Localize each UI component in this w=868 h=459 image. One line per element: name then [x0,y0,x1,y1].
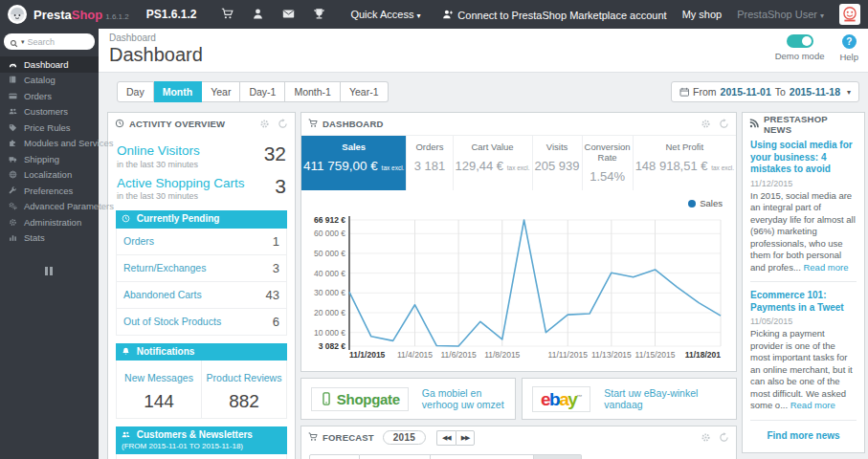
range-button-year[interactable]: Year [202,81,240,102]
ad-link[interactable]: Start uw eBay-winkel vandaag [604,387,726,410]
sidebar-item-catalog[interactable]: Catalog [0,73,99,89]
svg-text:11/6/2015: 11/6/2015 [441,350,477,360]
help-icon[interactable]: ? [842,34,857,49]
read-more-link[interactable]: Read more [790,400,835,410]
book-icon [9,75,17,85]
refresh-icon[interactable] [719,119,729,130]
sidebar-search[interactable]: ▾ [4,33,95,50]
prestashop-logo-icon[interactable] [8,5,27,24]
ad-link[interactable]: Ga mobiel en verhoog uw omzet [422,387,505,410]
refresh-icon[interactable] [719,432,729,444]
kpi-tile-net-profit[interactable]: Net Profit148 918,51 € tax excl. [634,136,736,190]
kpi-tile-visits[interactable]: Visits205 939 [533,136,583,190]
marketplace-link[interactable]: Connect to PrestaShop Marketplace accoun… [442,9,666,21]
gear-icon[interactable] [701,432,711,444]
gear-icon[interactable] [701,119,711,130]
kpi-tile-sales[interactable]: Sales411 759,00 € tax excl. [301,136,407,190]
forecast-legend-sales[interactable]: Sales [534,454,582,459]
dashboard-cart-icon [308,119,318,129]
demo-mode-control: Demo mode [775,34,825,62]
sales-line-chart: 66 912 €60 000 €50 000 €40 000 €30 000 €… [305,210,730,361]
users-icon [9,106,17,117]
page-title: Dashboard [109,44,868,66]
sidebar-item-modules-and-services[interactable]: Modules and Services [0,136,99,152]
news-article-excerpt: Picking a payment provider is one of the… [750,328,857,412]
kpi-tile-cart-value[interactable]: Cart Value129,44 € tax excl. [454,136,533,190]
read-more-link[interactable]: Read more [803,262,848,273]
topbar: PrestaShop1.6.1.2 PS1.6.1.2 Quick Access… [0,0,868,29]
news-article-date: 11/12/2015 [750,179,857,188]
kpi-tiles: Sales411 759,00 € tax excl.Orders3 181Ca… [301,135,736,190]
sidebar-item-advanced-parameters[interactable]: Advanced Parameters [0,199,99,215]
chart-legend: Sales [301,190,736,208]
big-stat-active-shopping-carts: Active Shopping Cartsin the last 30 minu… [116,171,287,204]
envelope-icon[interactable] [282,8,295,22]
forecast-legend-traffic[interactable]: Traffic [309,454,360,459]
user-menu[interactable]: PrestaShop User▾ [737,9,824,20]
range-button-day-1[interactable]: Day-1 [240,81,285,102]
search-input[interactable] [28,37,81,47]
kpi-tile-conversion-rate[interactable]: Conversion Rate1.54% [583,136,634,190]
svg-text:11/15/2015: 11/15/2015 [635,350,676,360]
svg-text:20 000 €: 20 000 € [314,308,345,317]
sidebar-collapse-handle[interactable] [45,267,55,275]
sidebar-item-shipping[interactable]: Shipping [0,151,99,167]
activity-overview-panel: ACTIVITY OVERVIEW Online Visitorsin the … [107,112,296,459]
date-toolbar: DayMonthYearDay-1Month-1Year-1 From2015-… [99,73,868,102]
range-button-month[interactable]: Month [154,81,203,102]
range-button-month-1[interactable]: Month-1 [285,81,341,102]
sidebar-item-administration[interactable]: Administration [0,214,99,230]
search-icon [10,33,18,51]
my-shop-link[interactable]: My shop [682,9,723,20]
svg-text:11/1/2015: 11/1/2015 [349,350,386,360]
sidebar-item-price-rules[interactable]: Price Rules [0,120,99,136]
trophy-icon[interactable] [313,8,325,22]
forecast-legend-average-cart-value[interactable]: Average Cart Value [431,454,534,459]
sidebar-item-customers[interactable]: Customers [0,104,99,120]
range-button-day[interactable]: Day [117,81,154,102]
breadcrumb[interactable]: Dashboard [109,33,868,43]
stat-row-abandoned-carts: Abandoned Carts43 [116,282,287,309]
find-more-news-link[interactable]: Find more news [750,428,857,445]
quick-access-menu[interactable]: Quick Access▾ [350,9,420,20]
sidebar-item-orders[interactable]: Orders [0,88,99,104]
chevron-down-icon: ▾ [820,11,824,20]
forecast-panel: FORECAST 2015 ◀◀ ▶▶ TrafficConversionAve… [300,426,737,459]
main-area: Dashboard Dashboard Demo mode ? Help Day… [99,29,868,459]
gear-icon[interactable] [259,119,270,130]
forecast-legend-conversion[interactable]: Conversion [360,454,431,459]
kpi-tile-orders[interactable]: Orders3 181 [407,136,453,190]
date-range-picker[interactable]: From2015-11-01 To2015-11-18 ▾ [671,81,859,102]
activity-panel-title: ACTIVITY OVERVIEW [129,119,225,129]
user-avatar[interactable] [839,4,860,25]
section-header-currently-pending: Currently Pending [116,210,287,229]
forecast-year[interactable]: 2015 [383,430,426,445]
wrench-icon [9,186,17,196]
sidebar-item-dashboard[interactable]: Dashboard [0,56,99,73]
shop-version-label: PS1.6.1.2 [146,8,197,21]
forecast-next-button[interactable]: ▶▶ [456,430,476,446]
stat-row-new-customers: New Customers90 [116,454,287,459]
cart-icon[interactable] [221,8,234,22]
range-button-year-1[interactable]: Year-1 [341,81,389,102]
svg-text:30 000 €: 30 000 € [314,288,345,297]
forecast-legend: TrafficConversionAverage Cart ValueSales [309,454,582,459]
news-article-title[interactable]: Using social media for your business: 4 … [750,140,857,176]
sidebar-item-stats[interactable]: Stats [0,230,99,247]
news-article-title[interactable]: Ecommerce 101: Payments in a Tweet [750,290,857,314]
sidebar-item-preferences[interactable]: Preferences [0,183,99,199]
demo-mode-toggle[interactable] [787,34,813,48]
sidebar-item-localization[interactable]: Localization [0,167,99,184]
module-ad-ebay[interactable]: ebay™Start uw eBay-winkel vandaag [522,378,737,420]
dashboard-panel: DASHBOARD Sales411 759,00 € tax excl.Ord… [300,112,737,372]
forecast-prev-button[interactable]: ◀◀ [436,430,456,446]
chevron-down-icon: ▾ [416,11,420,20]
range-button-group: DayMonthYearDay-1Month-1Year-1 [117,81,389,102]
user-icon[interactable] [252,8,264,22]
refresh-icon[interactable] [278,119,288,130]
module-ad-shopgate[interactable]: ShopgateGa mobiel en verhoog uw omzet [300,378,516,420]
chevron-down-icon: ▾ [21,38,25,46]
bell-icon [122,346,134,357]
forecast-cart-icon [308,432,318,443]
date-from: 2015-11-01 [721,86,771,98]
